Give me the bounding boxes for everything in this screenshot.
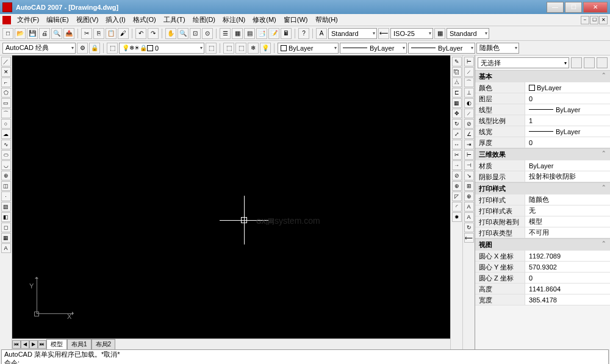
break-icon[interactable]: ⊘ (452, 171, 462, 180)
extend-icon[interactable]: → (452, 160, 462, 170)
leader-icon[interactable]: ↘ (464, 171, 474, 180)
circle-icon[interactable]: ○ (1, 119, 11, 129)
zoom-realtime-icon[interactable]: 🔍 (178, 28, 188, 39)
xline-icon[interactable]: ✕ (1, 67, 11, 77)
dimbase-icon[interactable]: ⊢ (464, 150, 474, 160)
color-combo[interactable]: ByLayer (278, 43, 339, 54)
tablestyle-combo[interactable]: Standard (447, 28, 489, 39)
open-icon[interactable]: 📂 (15, 28, 26, 39)
dimord-icon[interactable]: ⊥ (464, 88, 474, 98)
hatch-icon[interactable]: ▨ (1, 202, 11, 212)
dimtedit-icon[interactable]: A (464, 212, 474, 222)
markup-icon[interactable]: 📝 (268, 28, 279, 39)
block-icon[interactable]: ◫ (1, 181, 11, 191)
toggle-pickadd-icon[interactable] (571, 57, 582, 68)
rotate-icon[interactable]: ↻ (452, 119, 462, 129)
dimdia-icon[interactable]: ⊘ (464, 119, 474, 129)
dimarc-icon[interactable]: ⌒ (464, 77, 474, 87)
tab-next-icon[interactable]: ▶ (29, 340, 38, 349)
preview-icon[interactable]: 🔍 (51, 28, 62, 39)
prop-layer-value[interactable]: 0 (525, 93, 610, 104)
join-icon[interactable]: ⊕ (452, 181, 462, 191)
dimstyle-combo[interactable]: ISO-25 (390, 28, 433, 39)
menu-help[interactable]: 帮助(H) (312, 14, 342, 26)
chamfer-icon[interactable]: ◸ (452, 191, 462, 201)
dimjog-icon[interactable]: ⟋ (464, 109, 474, 118)
layer-props-icon[interactable]: ⬚ (107, 43, 118, 54)
trim-icon[interactable]: ✂ (452, 150, 462, 160)
layer-iso-icon[interactable]: ⬚ (235, 43, 246, 54)
table-icon[interactable]: ▦ (1, 233, 11, 243)
layer-off-icon[interactable]: 💡 (260, 43, 271, 54)
zoom-window-icon[interactable]: ⊡ (190, 28, 201, 39)
prop-cx-value[interactable]: 1192.7089 (525, 251, 610, 261)
centermark-icon[interactable]: ⊕ (464, 191, 474, 201)
dimcont-icon[interactable]: ⊣ (464, 160, 474, 170)
quickselect-icon[interactable] (597, 57, 608, 68)
erase-icon[interactable]: ✎ (452, 57, 462, 66)
menu-draw[interactable]: 绘图(D) (189, 14, 219, 26)
prop-linetype-value[interactable]: ByLayer (525, 104, 610, 115)
prop-plottable-value[interactable]: 无 (525, 205, 610, 216)
menu-file[interactable]: 文件(F) (13, 14, 43, 26)
pan-icon[interactable]: ✋ (165, 28, 176, 39)
mtext-icon[interactable]: A (1, 243, 11, 253)
menu-modify[interactable]: 修改(M) (249, 14, 280, 26)
tab-prev-icon[interactable]: ◀ (21, 340, 29, 349)
prop-width-value[interactable]: 385.4178 (525, 294, 610, 305)
dimlinear-icon[interactable]: ⊢ (464, 57, 474, 66)
publish-icon[interactable]: 📤 (63, 28, 74, 39)
polygon-icon[interactable]: ⬠ (1, 88, 11, 98)
prop-height-value[interactable]: 1141.8604 (525, 284, 610, 294)
prop-ltscale-value[interactable]: 1 (525, 115, 610, 126)
cut-icon[interactable]: ✂ (81, 28, 92, 39)
arc-icon[interactable]: ⌒ (1, 109, 11, 118)
mirror-icon[interactable]: ⧊ (452, 77, 462, 87)
stretch-icon[interactable]: ↔ (452, 140, 462, 149)
scale-icon[interactable]: ⤢ (452, 129, 462, 139)
toolpalettes-icon[interactable]: ▤ (244, 28, 255, 39)
menu-edit[interactable]: 编辑(E) (43, 14, 73, 26)
section-plot[interactable]: 打印样式⌃ (475, 183, 610, 194)
paste-icon[interactable]: 📋 (106, 28, 117, 39)
matchprops-icon[interactable]: 🖌 (118, 28, 129, 39)
designcenter-icon[interactable]: ▦ (232, 28, 243, 39)
pline-icon[interactable]: ⌐ (1, 77, 11, 87)
dimang-icon[interactable]: ∠ (464, 129, 474, 139)
ellipsearc-icon[interactable]: ◡ (1, 160, 11, 170)
menu-window[interactable]: 窗口(W) (280, 14, 312, 26)
dimstyle2-icon[interactable]: ⟵ (464, 233, 474, 243)
workspace-combo[interactable]: AutoCAD 经典 (2, 43, 76, 54)
maximize-button[interactable]: ☐ (565, 2, 582, 13)
section-view[interactable]: 视图⌃ (475, 239, 610, 251)
menu-dimension[interactable]: 标注(N) (219, 14, 249, 26)
prop-color-value[interactable]: ByLayer (525, 82, 610, 93)
menu-tools[interactable]: 工具(T) (160, 14, 189, 26)
properties-icon[interactable]: ☰ (220, 28, 231, 39)
workspace-lock-icon[interactable]: 🔒 (89, 43, 100, 54)
fillet-icon[interactable]: ◜ (452, 202, 462, 212)
prop-plotstyle-value[interactable]: 随颜色 (525, 194, 610, 205)
revcloud-icon[interactable]: ☁ (1, 129, 11, 139)
zoom-prev-icon[interactable]: ⊙ (202, 28, 213, 39)
insert-icon[interactable]: ⊕ (1, 171, 11, 180)
rectangle-icon[interactable]: ▭ (1, 98, 11, 108)
dimupdate-icon[interactable]: ↻ (464, 223, 474, 232)
prop-cz-value[interactable]: 0 (525, 273, 610, 283)
dimstyle-icon[interactable]: ⟵ (378, 28, 389, 39)
mdi-minimize[interactable]: − (581, 16, 589, 24)
new-icon[interactable]: □ (2, 28, 13, 39)
section-3d[interactable]: 三维效果⌃ (475, 149, 610, 160)
selection-combo[interactable]: 无选择 (478, 57, 569, 68)
workspace-settings-icon[interactable]: ⚙ (77, 43, 88, 54)
dimradius-icon[interactable]: ◐ (464, 98, 474, 108)
point-icon[interactable]: · (1, 191, 11, 201)
tab-layout1[interactable]: 布局1 (67, 339, 92, 349)
mdi-restore[interactable]: ☐ (590, 16, 598, 24)
dimaligned-icon[interactable]: ⟋ (464, 67, 474, 77)
textstyle-combo[interactable]: Standard (328, 28, 377, 39)
redo-icon[interactable]: ↷ (148, 28, 159, 39)
prop-thickness-value[interactable]: 0 (525, 137, 610, 148)
command-line[interactable]: AutoCAD 菜单实用程序已加载。*取消* 命令: (1, 349, 609, 364)
gradient-icon[interactable]: ◧ (1, 212, 11, 222)
